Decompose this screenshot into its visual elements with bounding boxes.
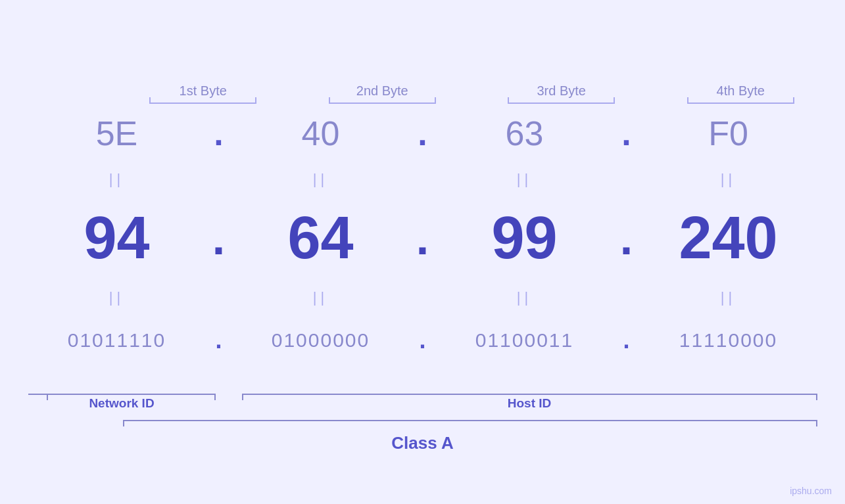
network-bracket-line bbox=[28, 394, 216, 395]
dec-byte1: 94 bbox=[28, 204, 206, 272]
dot-8: . bbox=[410, 329, 436, 352]
hex-byte2: 40 bbox=[232, 114, 410, 153]
bin-byte3: 01100011 bbox=[436, 329, 614, 352]
dec-byte2: 64 bbox=[232, 204, 410, 272]
class-row: Class A bbox=[28, 420, 817, 453]
byte3-header: 3rd Byte bbox=[485, 83, 639, 104]
bin-byte4: 11110000 bbox=[640, 329, 817, 352]
watermark: ipshu.com bbox=[790, 486, 832, 496]
hex-byte3: 63 bbox=[436, 114, 614, 153]
hex-byte1: 5E bbox=[28, 114, 206, 153]
eq1-byte1: || bbox=[28, 171, 206, 188]
dot-6: . bbox=[614, 216, 640, 262]
equals-row-2: || || || || bbox=[28, 281, 817, 314]
dec-byte3: 99 bbox=[436, 204, 614, 272]
hex-byte4: F0 bbox=[640, 114, 817, 153]
byte1-header: 1st Byte bbox=[127, 83, 280, 104]
main-container: 1st Byte 2nd Byte 3rd Byte 4th Byte bbox=[0, 0, 845, 504]
eq2-byte1: || bbox=[28, 289, 206, 306]
host-bracket-line bbox=[242, 394, 817, 395]
dot-5: . bbox=[410, 216, 436, 262]
bin-byte2: 01000000 bbox=[232, 329, 410, 352]
bin-byte1: 01011110 bbox=[28, 329, 206, 352]
bin-row: 01011110 . 01000000 . 01100011 . 1111000… bbox=[28, 314, 817, 367]
ip-breakdown-grid: 1st Byte 2nd Byte 3rd Byte 4th Byte bbox=[28, 51, 817, 453]
eq2-byte2: || bbox=[232, 289, 410, 306]
dot-3: . bbox=[614, 116, 640, 150]
dot-4: . bbox=[206, 216, 232, 262]
eq2-byte4: || bbox=[640, 289, 817, 306]
byte2-header: 2nd Byte bbox=[306, 83, 459, 104]
host-id-label: Host ID bbox=[242, 396, 817, 411]
header-row: 1st Byte 2nd Byte 3rd Byte 4th Byte bbox=[28, 51, 817, 104]
eq1-byte4: || bbox=[640, 171, 817, 188]
dec-byte4: 240 bbox=[640, 204, 817, 272]
eq2-byte3: || bbox=[436, 289, 614, 306]
eq1-byte2: || bbox=[232, 171, 410, 188]
network-id-label: Network ID bbox=[28, 396, 216, 411]
class-bracket bbox=[28, 420, 817, 428]
dot-2: . bbox=[410, 116, 436, 150]
eq1-byte3: || bbox=[436, 171, 614, 188]
id-label-row: Network ID Host ID bbox=[28, 371, 817, 413]
dot-7: . bbox=[206, 329, 232, 352]
equals-row-1: || || || || bbox=[28, 163, 817, 196]
rows-wrapper: 16 HEX 10 DEC 2 BIN 5E . 40 bbox=[28, 104, 817, 453]
dot-1: . bbox=[206, 116, 232, 150]
dec-row: 94 . 64 . 99 . 240 bbox=[28, 196, 817, 281]
dot-9: . bbox=[614, 329, 640, 352]
class-label: Class A bbox=[391, 433, 453, 453]
hex-row: 5E . 40 . 63 . F0 bbox=[28, 104, 817, 163]
byte4-header: 4th Byte bbox=[664, 83, 817, 104]
